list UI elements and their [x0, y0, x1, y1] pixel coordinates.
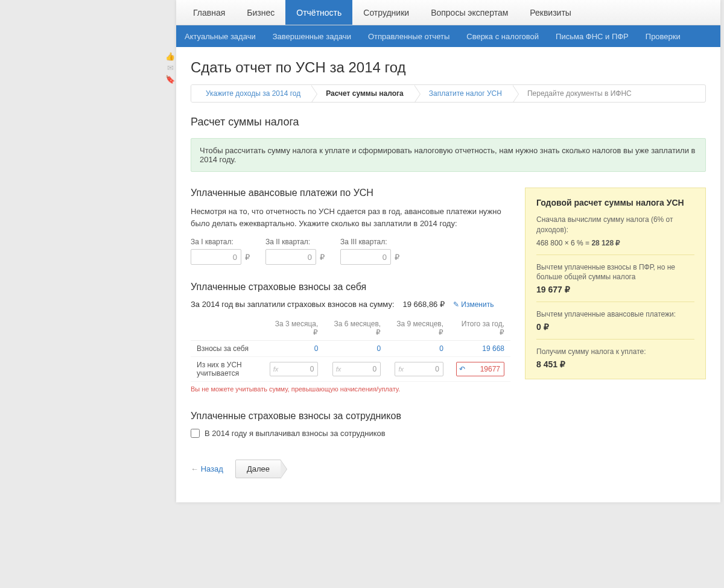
card-line3: Вычтем уплаченные авансовые платежи:	[536, 309, 694, 320]
col-9m: За 9 месяцев, ₽	[387, 316, 449, 341]
row1-6m[interactable]: 0	[324, 341, 387, 357]
edit-link[interactable]: Изменить	[453, 300, 494, 309]
wizard-step-2[interactable]: Расчет суммы налога	[311, 85, 414, 102]
employees-checkbox[interactable]	[191, 429, 200, 438]
employees-checkbox-label: В 2014 году я выплачивал взносы за сотру…	[205, 429, 386, 438]
currency-symbol: ₽	[320, 253, 325, 262]
q3-label: За III квартал:	[340, 238, 399, 246]
back-link[interactable]: Назад	[191, 464, 223, 473]
col-year: Итого за год, ₽	[449, 316, 510, 341]
fx-input-6m[interactable]	[344, 365, 380, 373]
col-blank	[191, 316, 263, 341]
fx-icon: fx	[333, 365, 345, 373]
currency-symbol: ₽	[245, 253, 250, 262]
paid-label: За 2014 год вы заплатили страховых взнос…	[191, 300, 395, 309]
q1-label: За I квартал:	[191, 238, 250, 246]
card-line2: Вычтем уплаченные взносы в ПФР, но не бо…	[536, 262, 694, 283]
wizard-steps: Укажите доходы за 2014 год Расчет суммы …	[191, 84, 706, 103]
card-val2: 19 677 ₽	[536, 285, 694, 294]
currency-symbol: ₽	[395, 253, 399, 262]
fx-input-year[interactable]	[468, 365, 504, 373]
card-line4: Получим сумму налога к уплате:	[536, 347, 694, 357]
subnav-completed[interactable]: Завершенные задачи	[273, 32, 351, 41]
calculation-card: Годовой расчет суммы налога УСН Сначала …	[525, 188, 706, 379]
card-val4: 8 451 ₽	[536, 359, 694, 369]
q3-input[interactable]	[340, 249, 391, 265]
wizard-step-3[interactable]: Заплатите налог УСН	[414, 85, 513, 102]
mail-icon[interactable]: ✉	[165, 63, 175, 72]
q2-label: За II квартал:	[265, 238, 325, 246]
q1-input[interactable]	[191, 249, 241, 265]
wizard-step-1[interactable]: Укажите доходы за 2014 год	[191, 85, 311, 102]
row2-label: Из них в УСН учитывается	[191, 357, 263, 382]
insurance-emp-heading: Уплаченные страховые взносы за сотрудник…	[191, 411, 510, 422]
subnav-sent[interactable]: Отправленные отчеты	[368, 32, 449, 41]
contributions-table: За 3 месяца, ₽ За 6 месяцев, ₽ За 9 меся…	[191, 316, 510, 382]
nav-employees[interactable]: Сотрудники	[352, 0, 420, 25]
error-message: Вы не можете учитывать сумму, превышающу…	[191, 385, 510, 393]
row1-label: Взносы за себя	[191, 341, 263, 357]
row1-year[interactable]: 19 668	[449, 341, 510, 357]
advance-text: Несмотря на то, что отчетность по УСН сд…	[191, 206, 510, 229]
fx-input-3m[interactable]	[281, 365, 317, 373]
nav-reporting[interactable]: Отчётность	[285, 0, 352, 25]
wizard-step-4[interactable]: Передайте документы в ИФНС	[513, 85, 643, 102]
sub-nav: Актуальные задачи Завершенные задачи Отп…	[176, 25, 720, 47]
table-row-contributions: Взносы за себя 0 0 0 19 668	[191, 341, 510, 357]
subnav-reconcile[interactable]: Сверка с налоговой	[466, 32, 539, 41]
page-title: Сдать отчет по УСН за 2014 год	[191, 59, 706, 76]
like-icon[interactable]: 👍	[165, 52, 175, 61]
info-banner: Чтобы рассчитать сумму налога к уплате и…	[191, 138, 706, 172]
nav-details[interactable]: Реквизиты	[519, 0, 582, 25]
insurance-self-heading: Уплаченные страховые взносы за себя	[191, 282, 510, 292]
section-title: Расчет суммы налога	[191, 116, 706, 128]
nav-main[interactable]: Главная	[182, 0, 236, 25]
subnav-checks[interactable]: Проверки	[646, 32, 681, 41]
paid-amount: 19 668,86 ₽	[403, 300, 445, 309]
card-title: Годовой расчет суммы налога УСН	[536, 198, 694, 207]
formula-result: 28 128 ₽	[591, 239, 620, 247]
subnav-letters[interactable]: Письма ФНС и ПФР	[556, 32, 629, 41]
nav-experts[interactable]: Вопросы экспертам	[420, 0, 519, 25]
bookmark-icon[interactable]: 🔖	[165, 75, 175, 84]
fx-input-9m[interactable]	[407, 365, 443, 373]
undo-icon[interactable]: ↶	[457, 365, 468, 373]
advance-heading: Уплаченные авансовые платежи по УСН	[191, 188, 510, 198]
col-3m: За 3 месяца, ₽	[263, 316, 324, 341]
subnav-actual[interactable]: Актуальные задачи	[185, 32, 256, 41]
fx-icon: fx	[270, 365, 282, 373]
nav-business[interactable]: Бизнес	[236, 0, 285, 25]
fx-icon: fx	[395, 365, 407, 373]
row1-9m[interactable]: 0	[387, 341, 449, 357]
row1-3m[interactable]: 0	[263, 341, 324, 357]
q2-input[interactable]	[265, 249, 316, 265]
col-6m: За 6 месяцев, ₽	[324, 316, 387, 341]
formula-left: 468 800 × 6 % =	[536, 239, 591, 247]
next-button[interactable]: Далее	[235, 460, 281, 478]
table-row-counted: Из них в УСН учитывается fx fx	[191, 357, 510, 382]
card-val3: 0 ₽	[536, 322, 694, 332]
top-nav: Главная Бизнес Отчётность Сотрудники Воп…	[176, 0, 720, 25]
card-line1: Сначала вычислим сумму налога (6% от дох…	[536, 215, 694, 235]
